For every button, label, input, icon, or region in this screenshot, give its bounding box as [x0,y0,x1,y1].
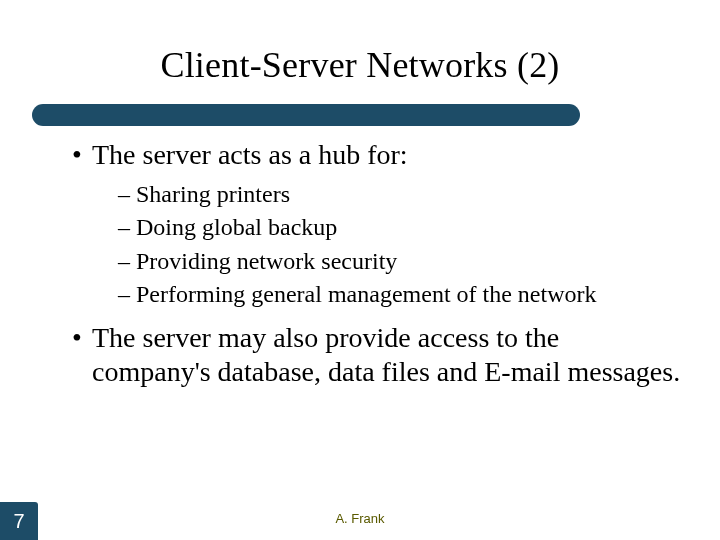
dash-glyph: – [118,280,136,309]
slide: Client-Server Networks (2) • The server … [0,0,720,540]
bullet-item: • The server acts as a hub for: [72,138,682,172]
bullet-text: The server may also provide access to th… [92,321,682,389]
sub-bullet-item: – Doing global backup [118,213,682,242]
title-region: Client-Server Networks (2) [0,44,720,86]
sub-bullet-item: – Performing general management of the n… [118,280,682,309]
dash-glyph: – [118,180,136,209]
dash-glyph: – [118,247,136,276]
slide-title: Client-Server Networks (2) [0,44,720,86]
bullet-item: • The server may also provide access to … [72,321,682,389]
bullet-glyph: • [72,138,92,172]
title-underline-bar [32,104,580,126]
body-content: • The server acts as a hub for: – Sharin… [72,138,682,398]
sub-bullet-text: Providing network security [136,247,682,276]
bullet-glyph: • [72,321,92,355]
sub-bullet-text: Performing general management of the net… [136,280,682,309]
sub-list: – Sharing printers – Doing global backup… [118,180,682,309]
sub-bullet-item: – Providing network security [118,247,682,276]
dash-glyph: – [118,213,136,242]
sub-bullet-item: – Sharing printers [118,180,682,209]
sub-bullet-text: Doing global backup [136,213,682,242]
bullet-text: The server acts as a hub for: [92,138,682,172]
footer-author: A. Frank [0,511,720,526]
sub-bullet-text: Sharing printers [136,180,682,209]
